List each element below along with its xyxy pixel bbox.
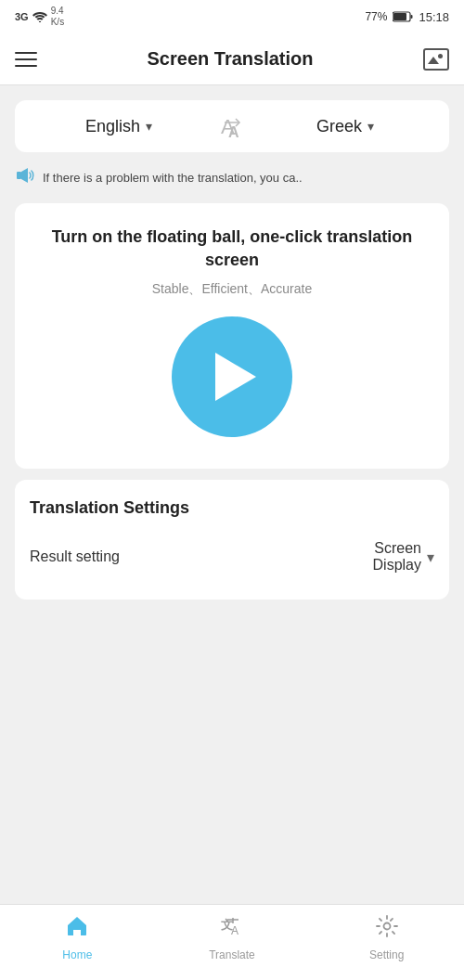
nav-item-translate[interactable]: 文 A Translate — [155, 914, 310, 961]
signal-icon: 3G — [15, 11, 29, 22]
svg-rect-7 — [17, 172, 21, 179]
translate-icon: 文 A — [220, 914, 244, 945]
target-language-label: Greek — [316, 117, 362, 136]
notice-text: If there is a problem with the translati… — [43, 171, 303, 185]
image-picker-button[interactable] — [423, 48, 449, 71]
main-content: English ▾ A A Greek ▾ If there is a — [0, 85, 464, 904]
play-button[interactable] — [172, 316, 292, 437]
status-bar: 3G 9.4K/s 77% 15:18 — [0, 0, 464, 33]
speaker-icon — [17, 167, 35, 188]
bottom-nav: Home 文 A Translate Setting — [0, 904, 464, 980]
svg-text:A: A — [228, 124, 239, 139]
page-title: Screen Translation — [148, 48, 314, 70]
feature-subtitle: Stable、Efficient、Accurate — [152, 281, 313, 298]
notice-bar: If there is a problem with the translati… — [15, 163, 449, 192]
battery-icon — [393, 11, 413, 22]
result-setting-dropdown[interactable]: ScreenDisplay ▾ — [373, 540, 434, 574]
setting-nav-label: Setting — [369, 948, 404, 961]
svg-marker-8 — [21, 168, 28, 183]
target-lang-chevron-icon: ▾ — [367, 119, 374, 134]
battery-percentage: 77% — [365, 10, 387, 23]
target-language-dropdown[interactable]: Greek ▾ — [256, 117, 434, 136]
wifi-icon — [32, 11, 47, 22]
menu-button[interactable] — [15, 52, 37, 67]
status-bar-right: 77% 15:18 — [365, 10, 449, 24]
swap-language-icon[interactable]: A A — [208, 113, 256, 139]
hamburger-line — [15, 58, 37, 60]
svg-point-0 — [38, 21, 40, 22]
settings-title: Translation Settings — [30, 498, 434, 518]
feature-card: Turn on the floating ball, one-click tra… — [15, 203, 449, 469]
result-setting-chevron-icon: ▾ — [427, 548, 434, 566]
gear-icon — [375, 914, 399, 945]
source-language-label: English — [85, 117, 140, 136]
svg-rect-2 — [393, 13, 406, 20]
home-nav-label: Home — [62, 948, 92, 961]
result-setting-label: Result setting — [30, 548, 120, 565]
svg-text:A: A — [231, 924, 238, 937]
svg-rect-3 — [411, 15, 413, 19]
data-speed: 9.4K/s — [51, 6, 64, 28]
nav-item-setting[interactable]: Setting — [309, 914, 464, 961]
source-language-dropdown[interactable]: English ▾ — [30, 117, 208, 136]
result-setting-value: ScreenDisplay — [373, 540, 421, 574]
home-icon — [65, 914, 89, 945]
hamburger-line — [15, 65, 37, 67]
status-bar-left: 3G 9.4K/s — [15, 6, 64, 28]
translate-nav-label: Translate — [209, 948, 255, 961]
feature-title: Turn on the floating ball, one-click tra… — [33, 226, 431, 272]
result-setting-row: Result setting ScreenDisplay ▾ — [30, 533, 434, 581]
source-lang-chevron-icon: ▾ — [146, 119, 152, 134]
settings-card: Translation Settings Result setting Scre… — [15, 480, 449, 600]
hamburger-line — [15, 52, 37, 54]
svg-point-13 — [383, 923, 390, 930]
language-selector: English ▾ A A Greek ▾ — [15, 100, 449, 152]
top-bar: Screen Translation — [0, 33, 464, 85]
play-triangle-icon — [215, 353, 256, 401]
nav-item-home[interactable]: Home — [0, 914, 155, 961]
time-display: 15:18 — [419, 10, 449, 24]
